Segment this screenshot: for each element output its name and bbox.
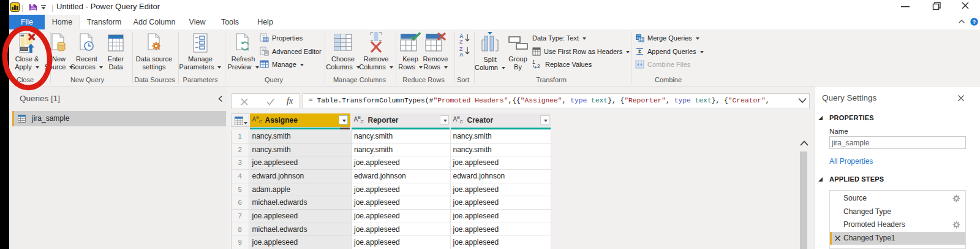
svg-text:1: 1 <box>532 59 535 65</box>
svg-text:2: 2 <box>537 63 540 69</box>
svg-text:A: A <box>459 52 464 56</box>
svg-text:?: ? <box>973 19 976 25</box>
svg-text:Z: Z <box>459 39 463 44</box>
